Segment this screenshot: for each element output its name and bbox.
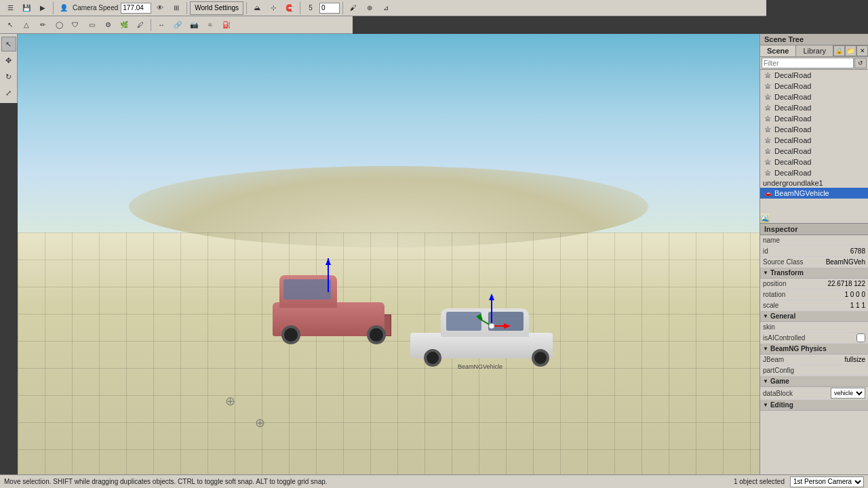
select-tool[interactable]: ↖ [1,37,16,52]
tree-item-1[interactable]: 🛣 DecalRoad [760,70,868,81]
crosshair-icon[interactable]: ⊕ [362,1,377,15]
tab-library[interactable]: Library [796,45,833,56]
tree-item-4[interactable]: 🛣 DecalRoad [760,102,868,113]
tree-item-3[interactable]: 🛣 DecalRoad [760,92,868,102]
move-tool[interactable]: ✥ [1,53,16,68]
tree-label-10: DecalRoad [774,169,811,177]
game-label: Game [770,378,789,385]
camera-speed-label: Camera Speed [73,4,118,12]
road-icon-9: 🛣 [763,157,772,167]
tree-item-2[interactable]: 🛣 DecalRoad [760,81,868,92]
shield-icon[interactable]: 🛡 [68,18,83,32]
gizmo-y-arrow [323,258,333,293]
general-section[interactable]: ▼ General [760,311,868,322]
status-right: 1 object selected 1st Person Camera Orbi… [734,476,864,487]
link-icon[interactable]: 🔗 [170,18,185,32]
move2-icon[interactable]: ↔ [154,18,169,32]
partconfig-label: partConfig [763,367,814,374]
pencil-icon[interactable]: ✏ [35,18,50,32]
gear-icon[interactable]: ⚙ [100,18,115,32]
prop-isai: isAIControlled [760,333,868,344]
scale-tool[interactable]: ⤢ [1,85,16,100]
car-wheel-rear [532,349,549,367]
tree-label-8: DecalRoad [774,147,811,155]
camera2-icon[interactable]: 📷 [186,18,201,32]
ground-obj2: ⊕ [255,415,265,430]
car: BeamNGVehicle [403,306,566,373]
tree-item-7[interactable]: 🛣 DecalRoad [760,135,868,146]
scene-tree-panel: Scene Tree Scene Library 🔒 📁 ✕ ↺ 🛣 Decal… [760,34,868,224]
tree-label-1: DecalRoad [774,71,811,79]
num-icon[interactable]: 5 [303,1,318,15]
brush-icon[interactable]: 🖊 [133,18,148,32]
tree-item-underground[interactable]: 🌊 undergroundlake1 [760,178,868,188]
play-icon[interactable]: ▶ [35,1,50,15]
tree-label-2: DecalRoad [774,82,811,90]
tree-item-5[interactable]: 🛣 DecalRoad [760,113,868,124]
handle-icon[interactable]: ⊿ [378,1,393,15]
tree-label-5: DecalRoad [774,115,811,123]
jbeam-value: fullsize [814,356,866,363]
terrain-icon[interactable]: ⛰ [250,1,264,15]
triangle-icon[interactable]: △ [19,18,34,32]
rotate-tool[interactable]: ↻ [1,69,16,84]
panel-filter-row: ↺ [760,57,868,70]
grid-icon[interactable]: ⊞ [169,1,184,15]
folder-icon[interactable]: 📁 [845,45,856,56]
grid [18,232,760,475]
tree-item-10[interactable]: 🛣 DecalRoad [760,167,868,178]
lock-icon[interactable]: 🔒 [833,45,845,56]
road-icon-8: 🛣 [763,146,772,156]
camera-speed-input[interactable] [121,3,151,14]
plant-icon[interactable]: 🌿 [117,18,132,32]
file-icon[interactable]: ☰ [3,1,18,15]
tree-label-9: DecalRoad [774,158,811,166]
tree-item-6[interactable]: 🛣 DecalRoad [760,124,868,135]
save-icon[interactable]: 💾 [19,1,34,15]
jbeam-label: JBeam [763,356,814,363]
tree-label-7: DecalRoad [774,136,811,144]
prop-source-class: Source Class BeamNGVeh [760,257,868,268]
sep2 [186,2,187,14]
camera-select[interactable]: 1st Person Camera Orbit Camera Free Came… [790,476,864,487]
second-toolbar: ↖ △ ✏ ◯ 🛡 ▭ ⚙ 🌿 🖊 ↔ 🔗 📷 ≈ ⛽ [0,16,353,34]
tree-item-vehicle[interactable]: 🚗 BeamNGVehicle [760,188,868,199]
circle-icon[interactable]: ◯ [52,18,66,32]
datablock-select[interactable]: vehicle [831,388,865,399]
scene-filter-input[interactable] [762,58,854,68]
tree-label-3: DecalRoad [774,93,811,101]
tree-item-8[interactable]: 🛣 DecalRoad [760,146,868,157]
road-icon-3: 🛣 [763,92,772,102]
filter-refresh-icon[interactable]: ↺ [854,58,867,68]
id-label: id [763,247,814,255]
source-class-label: Source Class [763,258,814,266]
close-icon[interactable]: ✕ [856,45,868,56]
editing-section[interactable]: ▼ Editing [760,400,868,411]
stamp-icon[interactable]: 🖌 [346,1,361,15]
tab-scene[interactable]: Scene [760,45,796,56]
scene-tree-list: 🛣 DecalRoad 🛣 DecalRoad 🛣 DecalRoad 🛣 De… [760,70,868,199]
tree-label-6: DecalRoad [774,125,811,134]
truck [262,277,398,351]
tree-item-9[interactable]: 🛣 DecalRoad [760,157,868,167]
rotation-label: rotation [763,291,814,298]
prop-skin: skin [760,322,868,333]
wave-icon[interactable]: ≈ [203,18,218,32]
beamng-physics-section[interactable]: ▼ BeamNG Physics [760,344,868,354]
box-icon[interactable]: ▭ [84,18,99,32]
isai-label: isAIControlled [763,334,814,342]
magnet-icon[interactable]: 🧲 [282,1,297,15]
transform-section[interactable]: ▼ Transform [760,268,868,279]
arrow-icon[interactable]: ↖ [3,18,18,32]
general-label: General [770,312,795,320]
viewport[interactable]: BeamNGVehicle ⊕ ⊕ [18,34,760,474]
funnel-icon[interactable]: ⛽ [219,18,234,32]
snap-icon[interactable]: ⊹ [266,1,281,15]
num-input[interactable] [319,3,340,14]
world-settings-button[interactable]: World Settings [190,1,243,15]
isai-checkbox[interactable] [856,333,865,342]
user-icon[interactable]: 👤 [56,1,71,15]
prop-partconfig: partConfig [760,365,868,376]
eye-icon[interactable]: 👁 [153,1,167,15]
game-section[interactable]: ▼ Game [760,376,868,387]
